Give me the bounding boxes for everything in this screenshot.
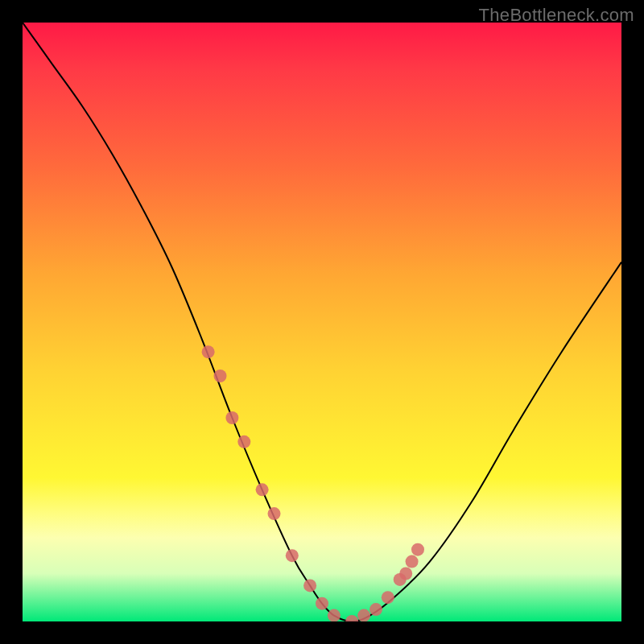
highlight-marker [256, 483, 269, 496]
bottleneck-curve-line [23, 23, 621, 621]
chart-svg [23, 23, 621, 621]
highlight-marker [316, 597, 328, 610]
highlight-marker [399, 568, 412, 580]
highlight-marker [357, 609, 370, 621]
highlight-markers-group [202, 345, 424, 621]
highlight-marker [268, 507, 281, 520]
highlight-marker [286, 549, 299, 562]
highlight-marker [382, 591, 394, 604]
highlight-marker [369, 603, 382, 616]
plot-area [23, 23, 621, 621]
highlight-marker [214, 369, 227, 382]
highlight-marker [328, 609, 341, 621]
highlight-marker [237, 436, 250, 448]
highlight-marker [303, 579, 316, 592]
highlight-marker [411, 543, 424, 556]
highlight-marker [202, 345, 215, 358]
watermark-text: TheBottleneck.com [479, 5, 634, 26]
highlight-marker [406, 555, 419, 568]
highlight-marker [345, 615, 358, 621]
highlight-marker [225, 411, 238, 424]
